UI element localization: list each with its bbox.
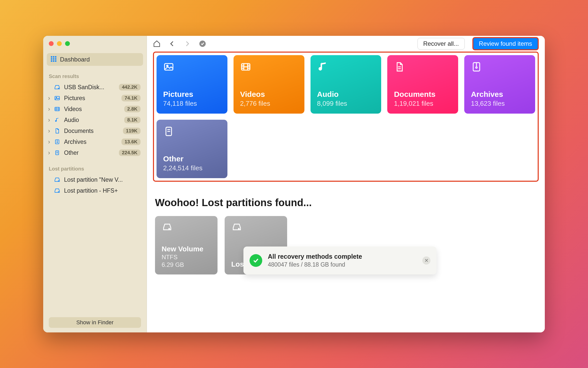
window-titlebar (43, 36, 147, 52)
toast-subtitle: 480047 files / 88.18 GB found (268, 261, 417, 268)
category-card-audio[interactable]: Audio 8,099 files (311, 55, 381, 114)
sidebar: Dashboard Scan results › USB SanDisk... … (43, 36, 147, 332)
category-card-other[interactable]: Other 2,24,514 files (157, 120, 227, 178)
drive-icon (162, 222, 211, 233)
sidebar-item-label: Archives (63, 139, 119, 145)
chevron-right-icon[interactable]: › (47, 106, 51, 113)
card-subtitle: 13,623 files (471, 100, 529, 108)
recover-all-button[interactable]: Recover all... (417, 38, 465, 50)
svg-rect-8 (55, 60, 56, 62)
sidebar-item-audio[interactable]: › Audio 8.1K (47, 115, 143, 126)
show-in-finder-button[interactable]: Show in Finder (49, 317, 141, 328)
card-title: Documents (394, 90, 452, 99)
home-icon[interactable] (153, 40, 161, 48)
sidebar-section-scan-results: Scan results (47, 66, 143, 82)
svg-point-39 (476, 67, 477, 68)
svg-rect-2 (55, 56, 56, 57)
card-subtitle: 74,118 files (163, 100, 221, 108)
sidebar-item-drive[interactable]: › USB SanDisk... 442.2K (47, 82, 143, 93)
drive-icon (231, 222, 281, 233)
drive-icon (53, 84, 61, 90)
svg-rect-3 (51, 58, 52, 59)
sidebar-item-label: Videos (63, 106, 122, 113)
card-title: Videos (240, 90, 298, 99)
toast-title: All recovery methods complete (268, 253, 417, 260)
sidebar-item-label: Lost partition "New V... (63, 176, 141, 183)
svg-rect-1 (53, 56, 54, 57)
sidebar-item-archives[interactable]: › Archives 13.6K (47, 136, 143, 147)
sidebar-item-documents[interactable]: › Documents 119K (47, 126, 143, 136)
review-found-items-button[interactable]: Review found items (472, 37, 539, 50)
svg-point-23 (58, 192, 59, 192)
page-icon (163, 126, 221, 141)
count-badge: 119K (123, 128, 141, 134)
sidebar-drive-label: USB SanDisk... (63, 84, 117, 91)
category-card-pictures[interactable]: Pictures 74,118 files (157, 55, 227, 114)
app-window: Dashboard Scan results › USB SanDisk... … (43, 36, 545, 332)
partition-size: 6.29 GB (162, 261, 211, 268)
archive-icon (53, 139, 61, 145)
film-icon (240, 61, 298, 76)
sidebar-section-lost-partitions: Lost partitions (47, 158, 143, 174)
card-subtitle: 2,24,514 files (163, 164, 221, 172)
sidebar-item-dashboard[interactable]: Dashboard (47, 53, 143, 66)
svg-point-9 (58, 88, 59, 89)
category-card-documents[interactable]: Documents 1,19,021 files (387, 55, 458, 114)
svg-rect-7 (53, 60, 54, 62)
svg-rect-6 (51, 60, 52, 62)
chevron-right-icon[interactable]: › (47, 139, 51, 145)
chevron-right-icon[interactable]: › (47, 149, 51, 156)
zoom-window-button[interactable] (65, 41, 70, 46)
check-icon (250, 254, 262, 267)
partition-card[interactable]: New Volume NTFS 6.29 GB (155, 216, 218, 274)
category-card-videos[interactable]: Videos 2,776 files (234, 55, 304, 114)
sidebar-dashboard-label: Dashboard (60, 56, 90, 63)
sidebar-item-label: Lost partition - HFS+ (63, 187, 141, 194)
toolbar: Recover all... Review found items (147, 36, 545, 52)
close-toast-button[interactable]: ✕ (422, 256, 430, 265)
sidebar-item-label: Other (63, 149, 117, 156)
film-icon (53, 106, 61, 112)
sidebar-item-videos[interactable]: › Videos 2.8K (47, 104, 143, 115)
sidebar-item-lost-partition[interactable]: Lost partition "New V... (47, 174, 143, 185)
sidebar-drive-badge: 442.2K (119, 84, 141, 90)
svg-rect-5 (55, 58, 56, 59)
sidebar-item-other[interactable]: › Other 224.5K (47, 147, 143, 158)
sidebar-item-lost-partition[interactable]: Lost partition - HFS+ (47, 185, 143, 196)
forward-button (183, 40, 191, 48)
back-button[interactable] (168, 40, 176, 48)
drive-icon (53, 177, 61, 183)
document-icon (394, 61, 452, 76)
card-title: Pictures (163, 90, 221, 99)
sidebar-item-label: Audio (63, 117, 122, 124)
image-icon (53, 95, 61, 101)
check-circle-icon[interactable] (199, 40, 206, 48)
card-title: Audio (317, 90, 375, 99)
svg-rect-0 (51, 56, 52, 57)
sidebar-content: Dashboard Scan results › USB SanDisk... … (43, 52, 147, 317)
image-icon (163, 61, 221, 76)
chevron-right-icon[interactable]: › (47, 128, 51, 134)
grid-icon (50, 56, 57, 63)
svg-rect-25 (165, 64, 173, 70)
count-badge: 224.5K (119, 149, 141, 156)
category-card-archives[interactable]: Archives 13,623 files (464, 55, 535, 114)
chevron-right-icon[interactable]: › (47, 117, 51, 124)
svg-point-22 (58, 181, 59, 181)
recovery-complete-toast: All recovery methods complete 480047 fil… (243, 247, 437, 274)
chevron-right-icon[interactable]: › (47, 95, 51, 102)
minimize-window-button[interactable] (57, 41, 62, 46)
partition-fs: NTFS (162, 254, 211, 261)
drive-icon (53, 188, 61, 194)
close-window-button[interactable] (49, 41, 54, 46)
main-panel: Recover all... Review found items Pictur… (147, 36, 545, 332)
svg-point-44 (238, 228, 239, 229)
card-title: Other (163, 155, 221, 163)
sidebar-item-pictures[interactable]: › Pictures 74.1K (47, 93, 143, 104)
card-subtitle: 8,099 files (317, 100, 375, 108)
sidebar-item-label: Pictures (63, 95, 119, 102)
category-card-grid: Pictures 74,118 files Videos 2,776 files… (153, 52, 539, 182)
partition-title: New Volume (162, 245, 211, 253)
count-badge: 8.1K (124, 117, 141, 123)
count-badge: 2.8K (124, 106, 141, 112)
